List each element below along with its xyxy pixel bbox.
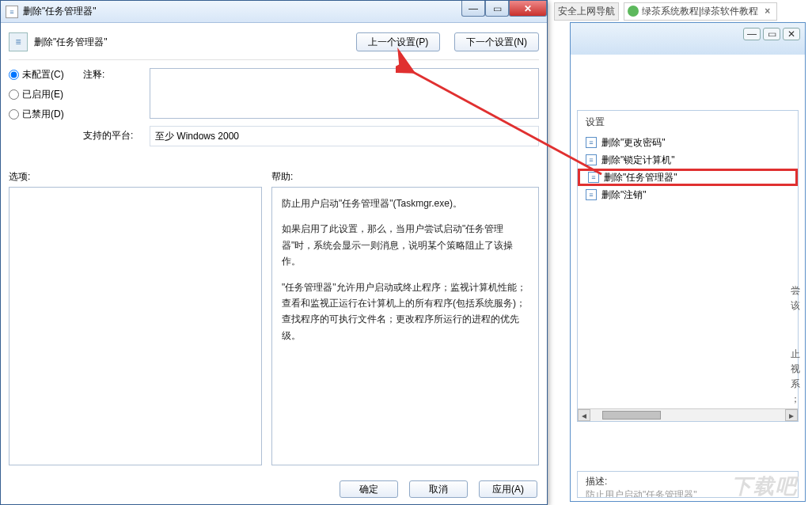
scroll-thumb[interactable] [602,411,661,420]
bg-window-controls: — ▭ ✕ [743,28,800,40]
help-paragraph: 防止用户启动"任务管理器"(Taskmgr.exe)。 [282,196,529,211]
radio-label: 已禁用(D) [22,108,64,121]
help-paragraph: 如果启用了此设置，那么，当用户尝试启动"任务管理器"时，系统会显示一则消息，说明… [282,221,529,269]
tab-label: 绿茶系统教程|绿茶软件教程 [642,5,758,18]
help-paragraph: "任务管理器"允许用户启动或终止程序；监视计算机性能；查看和监视正运行在计算机上… [282,279,529,344]
policy-header-title: 删除"任务管理器" [34,36,123,49]
platform-label: 支持的平台: [83,126,146,142]
help-panel: 防止用户启动"任务管理器"(Taskmgr.exe)。 如果启用了此设置，那么，… [271,187,539,465]
comment-label: 注释: [83,68,146,82]
policy-icon: ≡ [588,172,599,183]
dialog-titlebar[interactable]: ≡ 删除"任务管理器" — ▭ ✕ [1,1,547,23]
leaf-icon [628,6,639,17]
close-button[interactable]: ✕ [783,28,800,40]
horizontal-scrollbar[interactable]: ◂ ▸ [578,408,798,421]
platform-value: 至少 Windows 2000 [150,126,539,146]
ok-button[interactable]: 确定 [340,480,398,498]
comment-textarea[interactable] [150,68,539,119]
policy-icon: ≡ [586,154,597,165]
radio-not-configured[interactable]: 未配置(C) [9,68,80,82]
minimize-button[interactable]: — [743,28,761,40]
maximize-button[interactable]: ▭ [763,28,780,40]
clipped-text-fragments: 尝 该 止 视 系 ； [791,284,805,408]
options-label: 选项: [9,170,262,184]
settings-column-header: 设置 [578,111,798,134]
gpedit-background-window: — ▭ ✕ 设置 ≡ 删除"更改密码" ≡ 删除"锁定计算机" ≡ 删除"任务管… [570,22,806,502]
policy-item-task-manager[interactable]: ≡ 删除"任务管理器" [578,169,798,186]
radio-label: 已启用(E) [22,88,63,101]
policy-item[interactable]: ≡ 删除"更改密码" [578,134,798,151]
minimize-button[interactable]: — [461,1,485,17]
radio-label: 未配置(C) [22,68,64,82]
policy-header-icon: ≡ [9,32,28,51]
browser-tab-2[interactable]: 绿茶系统教程|绿茶软件教程 × [624,2,777,21]
scroll-left-icon[interactable]: ◂ [578,409,590,421]
options-panel [9,187,262,465]
policy-item-label: 删除"任务管理器" [604,171,677,184]
policy-dialog: ≡ 删除"任务管理器" — ▭ ✕ ≡ 删除"任务管理器" 上一个设置(P) 下… [0,0,548,505]
dialog-icon: ≡ [6,6,18,18]
cancel-button[interactable]: 取消 [409,480,468,498]
previous-setting-button[interactable]: 上一个设置(P) [356,32,440,51]
policy-item-label: 删除"锁定计算机" [601,154,675,167]
radio-input[interactable] [9,109,19,120]
dialog-title: 删除"任务管理器" [23,5,97,18]
policy-item-label: 删除"更改密码" [601,136,666,150]
policy-icon: ≡ [586,137,597,148]
maximize-button[interactable]: ▭ [485,1,509,17]
radio-disabled[interactable]: 已禁用(D) [9,108,80,121]
apply-button[interactable]: 应用(A) [479,480,537,498]
browser-tabs: 安全上网导航 绿茶系统教程|绿茶软件教程 × [554,3,809,19]
scroll-right-icon[interactable]: ▸ [785,409,798,421]
policy-item[interactable]: ≡ 删除"锁定计算机" [578,151,798,169]
next-setting-button[interactable]: 下一个设置(N) [454,32,539,51]
watermark: 下载吧 [731,473,798,500]
state-radio-group: 未配置(C) 已启用(E) 已禁用(D) [9,68,80,121]
settings-list-panel: 设置 ≡ 删除"更改密码" ≡ 删除"锁定计算机" ≡ 删除"任务管理器" ≡ … [577,110,799,422]
divider [9,59,539,60]
policy-item-label: 删除"注销" [601,188,647,202]
tab-label: 安全上网导航 [558,5,615,18]
close-icon[interactable]: × [761,6,773,17]
radio-enabled[interactable]: 已启用(E) [9,88,80,101]
policy-item[interactable]: ≡ 删除"注销" [578,186,798,203]
help-label: 帮助: [271,170,539,184]
policy-icon: ≡ [586,189,597,200]
close-button[interactable]: ✕ [509,1,547,17]
radio-input[interactable] [9,70,19,80]
radio-input[interactable] [9,89,19,100]
browser-tab-1[interactable]: 安全上网导航 [554,2,619,21]
